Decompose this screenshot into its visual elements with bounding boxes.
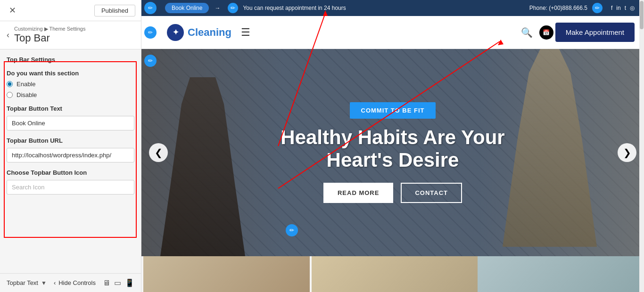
choose-icon-label: Choose Topbar Button Icon	[7, 169, 134, 176]
disable-radio-input[interactable]	[7, 92, 13, 98]
enable-radio[interactable]: Enable	[7, 81, 134, 88]
card-image-2	[312, 256, 478, 292]
search-button[interactable]: 🔍	[521, 27, 533, 38]
hero-content: COMMIT TO BE FIT Healthy Habits Are Your…	[271, 93, 514, 213]
section-toggle-group: Enable Disable	[7, 81, 134, 98]
breadcrumb-area: Customizing ▶ Theme Settings Top Bar	[14, 26, 85, 44]
panel-top-bar: ✕ Published	[0, 0, 141, 21]
site-logo[interactable]: ✦ Cleaning	[167, 24, 231, 41]
enable-label: Enable	[17, 81, 35, 88]
hero-heading-line1: Healthy Habits Are Your	[281, 126, 504, 148]
hero-heading: Healthy Habits Are Your Heart's Desire	[281, 126, 504, 172]
breadcrumb: Customizing ▶ Theme Settings	[14, 26, 85, 32]
panel-title: Top Bar	[14, 32, 85, 44]
panel-header: ‹ Customizing ▶ Theme Settings Top Bar	[0, 21, 141, 49]
edit-hero-icon[interactable]: ✏	[144, 55, 157, 67]
close-button[interactable]: ✕	[6, 4, 19, 17]
instagram-icon: ◎	[630, 5, 635, 11]
nav-hamburger-button[interactable]: ☰	[241, 26, 250, 39]
edit-cards-icon[interactable]: ✏	[286, 224, 298, 236]
read-more-button[interactable]: READ MORE	[323, 183, 393, 203]
logo-text: Cleaning	[188, 26, 231, 39]
cards-section: ✏	[141, 256, 644, 292]
book-online-button[interactable]: Book Online	[165, 3, 209, 13]
edit-topbar-left-icon[interactable]: ✏	[144, 2, 157, 14]
hero-section: ✏ COMMIT TO BE FIT Healthy Habits Are Yo…	[141, 49, 644, 256]
section-title: Top Bar Settings	[7, 56, 134, 63]
button-url-input[interactable]	[7, 148, 134, 162]
topbar-text-label: Topbar Text	[7, 279, 38, 286]
disable-radio[interactable]: Disable	[7, 91, 134, 98]
customizer-panel: ✕ Published ‹ Customizing ▶ Theme Settin…	[0, 0, 141, 292]
topbar-text-toggle[interactable]: Topbar Text ▼	[7, 279, 47, 286]
topbar-social: f in t ◎	[611, 5, 635, 11]
hero-next-button[interactable]: ❯	[618, 143, 636, 162]
button-url-label: Topbar Button URL	[7, 137, 134, 144]
topbar-book-area: Book Online →	[165, 3, 223, 13]
hide-controls-label: Hide Controls	[58, 279, 96, 286]
site-topbar: ✏ Book Online → ✏ You can request appoin…	[141, 0, 644, 16]
card-thumb-3	[478, 256, 644, 292]
edit-nav-logo-icon[interactable]: ✏	[144, 26, 157, 39]
twitter-icon: t	[625, 5, 626, 11]
logo-container: ✦ Cleaning	[167, 24, 231, 41]
back-button[interactable]: ‹	[7, 30, 9, 40]
mobile-icon[interactable]: 📱	[125, 278, 134, 287]
panel-content: Top Bar Settings Do you want this sectio…	[0, 49, 141, 273]
enable-radio-input[interactable]	[7, 81, 13, 87]
linkedin-icon: in	[616, 5, 620, 11]
do-you-want-label: Do you want this section	[7, 70, 134, 77]
topbar-phone: Phone: (+00)888.666.5	[529, 5, 587, 11]
site-preview: ✏ Book Online → ✏ You can request appoin…	[141, 0, 644, 292]
hero-heading-line2: Heart's Desire	[327, 149, 459, 171]
device-icons: 🖥 ▭ 📱	[103, 278, 134, 287]
button-text-label: Topbar Button Text	[7, 105, 134, 112]
edit-topbar-message-icon[interactable]: ✏	[228, 3, 238, 13]
make-appointment-button[interactable]: Make Appointment	[555, 23, 635, 42]
search-icon-input[interactable]	[7, 180, 134, 195]
edit-topbar-phone-icon[interactable]: ✏	[592, 3, 603, 13]
disable-label: Disable	[17, 91, 37, 98]
card-thumb-1	[143, 256, 310, 292]
site-nav: ✏ ✦ Cleaning ☰ 🔍 📅 Make Appointment	[141, 16, 644, 49]
book-online-label: Book Online	[172, 5, 202, 11]
card-image-3	[478, 256, 644, 292]
scroll-thumb	[640, 1, 644, 29]
hero-buttons: READ MORE CONTACT	[281, 183, 504, 203]
logo-icon: ✦	[167, 24, 184, 41]
commit-to-be-fit-button[interactable]: COMMIT TO BE FIT	[350, 102, 436, 119]
make-appointment-label: Make Appointment	[566, 28, 624, 36]
contact-button[interactable]: CONTACT	[401, 183, 462, 203]
hero-prev-button[interactable]: ❮	[149, 143, 168, 162]
chevron-left-icon: ‹	[54, 279, 56, 286]
desktop-icon[interactable]: 🖥	[103, 278, 110, 287]
panel-footer: Topbar Text ▼ ‹ Hide Controls 🖥 ▭ 📱	[0, 273, 141, 292]
facebook-icon: f	[611, 5, 612, 11]
toggle-arrow-icon: ▼	[41, 280, 47, 286]
edit-appt-icon[interactable]: 📅	[539, 25, 553, 40]
button-text-input[interactable]	[7, 116, 134, 130]
card-image-1	[143, 256, 310, 292]
card-thumb-2	[312, 256, 478, 292]
scroll-indicator	[639, 0, 644, 292]
hide-controls-button[interactable]: ‹ Hide Controls	[54, 279, 96, 286]
topbar-arrow-icon: →	[215, 5, 220, 11]
published-badge: Published	[94, 5, 135, 16]
topbar-message: You can request appointment in 24 hours	[243, 5, 526, 11]
tablet-icon[interactable]: ▭	[114, 278, 121, 287]
